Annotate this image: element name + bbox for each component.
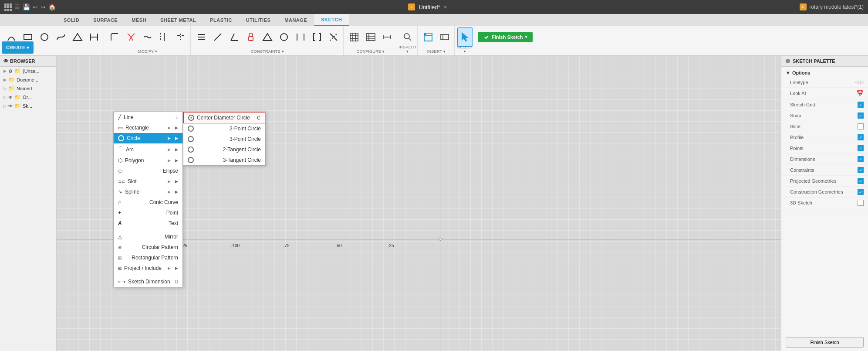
svg-rect-45 <box>441 34 449 40</box>
submenu-2tangent[interactable]: 2-Tangent Circle <box>183 144 265 155</box>
home-btn[interactable]: 🏠 <box>48 3 56 10</box>
submenu-center-diameter[interactable]: Center Diameter Circle C <box>183 112 265 123</box>
browser-item-origin[interactable]: ▷ 👁 📁 Or... <box>0 93 56 102</box>
menu-item-point[interactable]: + Point <box>114 208 182 218</box>
tool-line-constraint[interactable] <box>210 27 226 47</box>
svg-line-7 <box>131 34 135 37</box>
canvas-area[interactable]: -125 -100 -75 -50 -25 ╱ Line L ▭ Rectang… <box>57 56 781 351</box>
menu-item-spline[interactable]: ∿ Spline ▶ <box>114 187 182 197</box>
tool-circle2[interactable] <box>276 27 292 47</box>
tab-sheetmetal[interactable]: SHEET METAL <box>153 14 203 26</box>
tool-diagonal[interactable] <box>326 27 341 47</box>
app-grid-icon[interactable] <box>4 3 12 11</box>
submenu-3tangent[interactable]: 3-Tangent Circle <box>183 155 265 165</box>
construction-checkbox[interactable]: ✓ <box>858 189 864 195</box>
submenu-2point[interactable]: 2-Point Circle <box>183 123 265 134</box>
tab-utilities[interactable]: UTILITIES <box>239 14 277 26</box>
linetype-prev-icon[interactable]: ◁ <box>855 79 858 85</box>
options-header[interactable]: ▼ Options <box>781 68 868 77</box>
menu-item-rect-pattern[interactable]: ⊞ Rectangular Pattern <box>114 252 182 263</box>
eye-icon[interactable]: 👁 <box>3 58 8 64</box>
tab-plastic[interactable]: PLASTIC <box>203 14 239 26</box>
close-btn[interactable]: × <box>444 3 447 10</box>
palette-row-3dsketch: 3D Sketch <box>781 198 868 208</box>
eye-icon[interactable]: 👁 <box>8 104 13 109</box>
menu-item-line[interactable]: ╱ Line L <box>114 112 182 123</box>
tab-surface[interactable]: SURFACE <box>86 14 125 26</box>
eye-icon[interactable]: 👁 <box>8 95 13 100</box>
submenu-item-label: 2-Tangent Circle <box>223 147 261 153</box>
tool-lock[interactable] <box>243 27 259 47</box>
points-checkbox[interactable]: ✓ <box>858 145 864 151</box>
modify-label: MODIFY ▾ <box>105 49 190 54</box>
svg-line-8 <box>129 37 131 41</box>
tool-break[interactable] <box>140 27 155 47</box>
browser-item-unsaved[interactable]: ▶ ⚙ 📁 (Unsa... <box>0 67 56 75</box>
tab-solid[interactable]: SOLID <box>57 14 86 26</box>
constraints-row-label: Constraints <box>790 167 814 173</box>
rect-pattern-icon: ⊞ <box>118 256 122 260</box>
menu-item-arc[interactable]: ⌒ Arc ▶ <box>114 143 182 155</box>
tool-trim[interactable] <box>123 27 139 47</box>
browser-item-documents[interactable]: ▶ 📁 Docume... <box>0 75 56 84</box>
tab-sketch[interactable]: SKETCH <box>314 14 349 26</box>
menu-item-circular-pattern[interactable]: ⊛ Circular Pattern <box>114 242 182 252</box>
tool-insert2[interactable] <box>437 27 453 47</box>
tool-insert1[interactable]: + <box>420 27 436 47</box>
save-btn[interactable]: 💾 <box>23 3 30 10</box>
menu-item-polygon[interactable]: ⬡ Polygon ▶ <box>114 155 182 166</box>
menu-btn[interactable]: ☰ <box>14 3 20 10</box>
origin-point <box>439 238 442 241</box>
tool-angle[interactable] <box>226 27 242 47</box>
menu-item-sketch-dimension[interactable]: ⟷ Sketch Dimension D <box>114 276 182 287</box>
circle-3tan-icon <box>188 157 194 163</box>
menu-item-slot[interactable]: ⊃⊂ Slot ▶ <box>114 176 182 187</box>
3dsketch-checkbox[interactable] <box>858 200 864 206</box>
submenu-arrow-icon: ▶ <box>168 158 171 163</box>
tool-table[interactable] <box>363 27 378 47</box>
svg-rect-33 <box>366 34 375 41</box>
browser-item-sketch[interactable]: ▷ 👁 📁 Sk... <box>0 102 56 110</box>
redo-btn[interactable]: ↪ <box>41 3 46 10</box>
tool-grid[interactable] <box>346 27 362 47</box>
menu-item-conic[interactable]: ∩ Conic Curve <box>114 197 182 208</box>
tab-manage[interactable]: MANAGE <box>277 14 314 26</box>
submenu-3point[interactable]: 3-Point Circle <box>183 134 265 144</box>
dimensions-checkbox[interactable]: ✓ <box>858 156 864 162</box>
tool-mirror[interactable] <box>173 27 189 47</box>
palette-finish-sketch-btn[interactable]: Finish Sketch <box>786 337 864 348</box>
menu-item-circle[interactable]: Circle ▶ <box>114 133 182 143</box>
finish-sketch-btn[interactable]: Finish Sketch ▾ <box>478 32 533 42</box>
tool-triangle2[interactable] <box>260 27 275 47</box>
constraints-checkbox[interactable]: ✓ <box>858 167 864 173</box>
undo-btn[interactable]: ↩ <box>33 3 38 10</box>
browser-item-label: Sk... <box>23 103 32 109</box>
tool-h2[interactable] <box>293 27 308 47</box>
menu-item-rectangle[interactable]: ▭ Rectangle ▶ <box>114 123 182 133</box>
slice-checkbox[interactable] <box>858 123 864 129</box>
tool-offset[interactable] <box>156 27 172 47</box>
projected-checkbox[interactable]: ✓ <box>858 178 864 184</box>
create-btn[interactable]: CREATE ▾ <box>2 41 34 54</box>
menu-item-ellipse[interactable]: ⬭ Ellipse <box>114 166 182 176</box>
tool-project[interactable] <box>193 27 209 47</box>
insert-label: INSERT ▾ <box>419 49 454 54</box>
tool-bracket[interactable] <box>309 27 325 47</box>
tool-inspect[interactable] <box>400 27 415 47</box>
snap-label: Snap <box>790 113 801 118</box>
linetype-next-icon[interactable]: ▷ <box>860 79 864 85</box>
tool-fillet[interactable] <box>107 27 122 47</box>
tab-mesh[interactable]: MESH <box>125 14 153 26</box>
snap-checkbox[interactable]: ✓ <box>858 112 864 119</box>
menu-item-project-include[interactable]: ⊠ Project / Include ▶ <box>114 263 182 273</box>
sketchgrid-checkbox[interactable]: ✓ <box>858 102 864 108</box>
menu-item-text[interactable]: A Text <box>114 218 182 228</box>
tool-select-arrow[interactable] <box>457 27 473 47</box>
browser-item-named[interactable]: ▷ 📁 Named <box>0 84 56 93</box>
menu-item-mirror[interactable]: △ Mirror <box>114 232 182 242</box>
folder-icon: 📁 <box>8 85 15 92</box>
palette-row-sketchgrid: Sketch Grid ✓ <box>781 99 868 110</box>
profile-checkbox[interactable]: ✓ <box>858 134 864 140</box>
tool-measure[interactable] <box>379 27 395 47</box>
lookat-icon[interactable]: 📅 <box>856 90 864 97</box>
